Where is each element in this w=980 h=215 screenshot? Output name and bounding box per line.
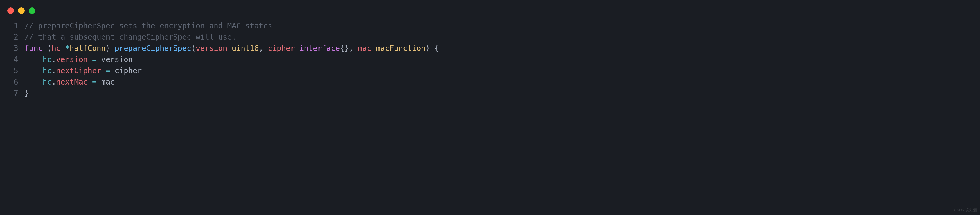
operator: = — [88, 55, 101, 64]
keyword: func — [25, 44, 43, 53]
line-content: hc.version = version — [25, 54, 133, 65]
type: halfConn — [70, 44, 106, 53]
line-number: 5 — [8, 65, 18, 76]
window-controls — [5, 5, 975, 20]
space — [295, 44, 299, 53]
value: cipher — [115, 66, 142, 75]
line-content: // that a subsequent changeCipherSpec wi… — [25, 32, 236, 43]
punctuation: . — [52, 66, 56, 75]
function-name: prepareCipherSpec — [115, 44, 191, 53]
type: macFunction — [376, 44, 425, 53]
code-line: 4 hc.version = version — [8, 54, 975, 65]
operator: = — [101, 66, 115, 75]
line-number: 1 — [8, 20, 18, 32]
maximize-icon[interactable] — [29, 8, 35, 14]
param: cipher — [268, 44, 295, 53]
line-number: 2 — [8, 32, 18, 43]
keyword: interface — [299, 44, 340, 53]
identifier: hc — [43, 66, 52, 75]
line-content: // prepareCipherSpec sets the encryption… — [25, 20, 272, 32]
punctuation: ( — [191, 44, 196, 53]
param: version — [196, 44, 228, 53]
punctuation: . — [52, 55, 56, 64]
identifier: hc — [43, 55, 52, 64]
punctuation: , — [259, 44, 268, 53]
code-line: 5 hc.nextCipher = cipher — [8, 65, 975, 76]
line-content: hc.nextCipher = cipher — [25, 65, 142, 76]
code-line: 1 // prepareCipherSpec sets the encrypti… — [8, 20, 975, 32]
indent — [25, 78, 43, 86]
punctuation: ( — [43, 44, 52, 53]
property: version — [56, 55, 88, 64]
line-number: 4 — [8, 54, 18, 65]
line-content: hc.nextMac = mac — [25, 76, 115, 88]
identifier: hc — [43, 78, 52, 86]
operator: * — [60, 44, 70, 53]
punctuation: ) — [105, 44, 115, 53]
punctuation: . — [52, 78, 56, 86]
line-number: 7 — [8, 88, 18, 99]
comment-text: // that a subsequent changeCipherSpec wi… — [25, 33, 236, 41]
property: nextMac — [56, 78, 88, 86]
punctuation: } — [25, 89, 29, 97]
line-number: 6 — [8, 76, 18, 88]
space — [228, 44, 232, 53]
punctuation: ) { — [425, 44, 439, 53]
line-number: 3 — [8, 43, 18, 54]
operator: = — [88, 78, 101, 86]
code-editor: 1 // prepareCipherSpec sets the encrypti… — [5, 20, 975, 99]
space — [371, 44, 376, 53]
value: version — [101, 55, 133, 64]
punctuation: , — [349, 44, 358, 53]
value: mac — [101, 78, 115, 86]
indent — [25, 55, 43, 64]
property: nextCipher — [56, 66, 101, 75]
line-content: } — [25, 88, 29, 99]
minimize-icon[interactable] — [18, 8, 25, 14]
code-line: 6 hc.nextMac = mac — [8, 76, 975, 88]
comment-text: // prepareCipherSpec sets the encryption… — [25, 21, 272, 30]
type: uint16 — [232, 44, 259, 53]
punctuation: {} — [340, 44, 349, 53]
receiver: hc — [52, 44, 60, 53]
code-line: 3 func (hc *halfConn) prepareCipherSpec(… — [8, 43, 975, 54]
line-content: func (hc *halfConn) prepareCipherSpec(ve… — [25, 43, 439, 54]
code-line: 2 // that a subsequent changeCipherSpec … — [8, 32, 975, 43]
indent — [25, 66, 43, 75]
code-line: 7 } — [8, 88, 975, 99]
param: mac — [358, 44, 372, 53]
close-icon[interactable] — [8, 8, 14, 14]
